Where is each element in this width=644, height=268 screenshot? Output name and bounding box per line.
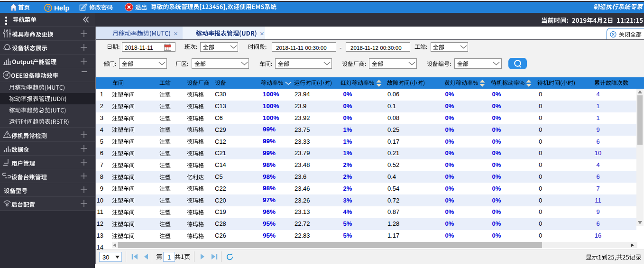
svg-text:17: 17 — [166, 47, 170, 50]
svg-text:?: ? — [46, 5, 50, 11]
